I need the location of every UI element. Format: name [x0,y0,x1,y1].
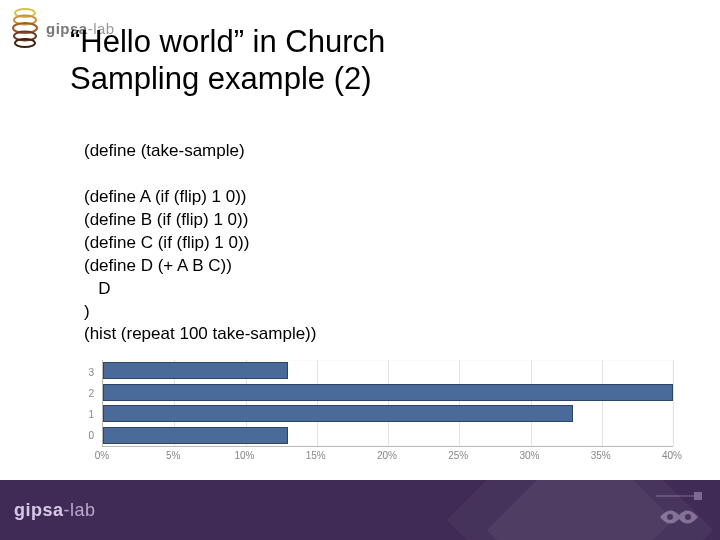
footer-bar: gipsa-lab [0,480,720,540]
x-tick: 15% [306,450,326,461]
x-tick: 30% [519,450,539,461]
x-tick: 35% [591,450,611,461]
title-line-2: Sampling example (2) [70,61,385,98]
code-l8: (hist (repeat 100 take-sample)) [84,324,316,343]
x-tick: 5% [166,450,180,461]
code-l5: (define D (+ A B C)) [84,256,232,275]
plot-area [102,360,673,447]
footer-corner-icons [656,491,702,529]
gridline [459,360,460,446]
y-tick-0: 0 [88,430,94,441]
gridline [673,360,674,446]
svg-point-8 [685,514,691,520]
x-tick: 0% [95,450,109,461]
svg-rect-6 [694,492,702,500]
code-l6: D [84,279,110,298]
brand-bottom-bold: gipsa [14,500,64,520]
x-tick: 25% [448,450,468,461]
brand-bottom-text: gipsa-lab [14,500,96,521]
gridline [531,360,532,446]
x-tick: 40% [662,450,682,461]
x-axis: 0%5%10%15%20%25%30%35%40% [102,446,672,466]
brand-bottom-light: -lab [64,500,96,520]
gridline [602,360,603,446]
swirl-logo-icon [10,5,40,51]
code-l3: (define B (if (flip) 1 0)) [84,210,248,229]
title-line-1: “Hello world” in Church [70,24,385,61]
code-block: (define (take-sample) (define A (if (fli… [84,117,316,346]
code-l2: (define A (if (flip) 1 0)) [84,187,247,206]
y-axis: 3 2 1 0 [78,360,98,446]
divider-icon [656,491,702,501]
gridline [317,360,318,446]
bar [103,384,673,401]
x-tick: 10% [234,450,254,461]
gridline [388,360,389,446]
y-tick-1: 1 [88,409,94,420]
histogram-chart: 3 2 1 0 0%5%10%15%20%25%30%35%40% [80,358,680,468]
y-tick-3: 3 [88,367,94,378]
slide-root: gipsa-lab “Hello world” in Church Sampli… [0,0,720,540]
code-l1: (define (take-sample) [84,141,245,160]
code-l7: ) [84,302,90,321]
x-tick: 20% [377,450,397,461]
bar [103,405,573,422]
bar [103,427,288,444]
slide-title: “Hello world” in Church Sampling example… [70,24,385,97]
code-l4: (define C (if (flip) 1 0)) [84,233,249,252]
bar [103,362,288,379]
eye-mask-icon [656,507,702,529]
y-tick-2: 2 [88,388,94,399]
svg-point-7 [667,514,673,520]
